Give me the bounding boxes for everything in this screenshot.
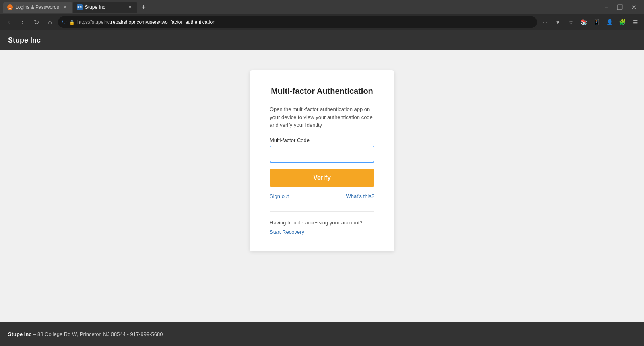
auth-description: Open the multi-factor authentication app…: [270, 105, 374, 129]
page-content: Multi-factor Authentication Open the mul…: [0, 50, 644, 322]
auth-card-title: Multi-factor Authentication: [270, 86, 374, 96]
pocket-icon[interactable]: ♥: [552, 16, 564, 28]
url-path: repairshopr.com/users/two_factor_authent…: [111, 19, 215, 25]
bookmark-icon[interactable]: ☆: [565, 16, 576, 28]
mfa-code-label: Multi-factor Code: [270, 137, 374, 143]
app-header-title: Stupe Inc: [8, 36, 41, 45]
close-window-button[interactable]: ✕: [628, 2, 639, 13]
card-divider: [270, 211, 374, 212]
auth-links: Sign out What's this?: [270, 193, 374, 199]
menu-icon[interactable]: ☰: [630, 16, 641, 28]
page-footer: Stupe Inc – 88 College Rd W, Princeton N…: [0, 322, 644, 346]
synced-tabs-icon[interactable]: 📱: [591, 16, 602, 28]
tab-logins[interactable]: 🦊 Logins & Passwords ✕: [3, 2, 72, 13]
footer-text: Stupe Inc – 88 College Rd W, Princeton N…: [8, 331, 163, 337]
verify-button[interactable]: Verify: [270, 169, 374, 187]
restore-button[interactable]: ❐: [614, 2, 625, 13]
profile-icon[interactable]: 👤: [604, 16, 615, 28]
whats-this-link[interactable]: What's this?: [346, 193, 374, 199]
minimize-button[interactable]: −: [601, 2, 612, 13]
mfa-code-input[interactable]: [270, 146, 374, 163]
reload-button[interactable]: ↻: [31, 16, 42, 28]
address-bar[interactable]: 🛡 🔒 https://stupeinc.repairshopr.com/use…: [58, 16, 537, 28]
extensions-icon[interactable]: 🧩: [617, 16, 628, 28]
rs-favicon: RS: [77, 4, 83, 10]
footer-company-name: Stupe Inc: [8, 331, 32, 337]
url-display: https://stupeinc.repairshopr.com/users/t…: [77, 19, 215, 25]
footer-separator2: -: [127, 331, 130, 337]
more-button[interactable]: ···: [539, 16, 551, 28]
nav-right-icons: ··· ♥ ☆ 📚 📱 👤 🧩 ☰: [539, 16, 641, 28]
footer-separator: –: [33, 331, 37, 337]
footer-phone: 917-999-5680: [130, 331, 163, 337]
firefox-favicon: 🦊: [7, 4, 13, 10]
trouble-text: Having trouble accessing your account?: [270, 220, 374, 226]
nav-bar: ‹ › ↻ ⌂ 🛡 🔒 https://stupeinc.repairshopr…: [0, 14, 644, 30]
tab-stupe[interactable]: RS Stupe Inc ✕: [73, 2, 137, 13]
browser-chrome: 🦊 Logins & Passwords ✕ RS Stupe Inc ✕ + …: [0, 0, 644, 30]
tab-logins-label: Logins & Passwords: [15, 4, 59, 10]
lock-icon: 🔒: [69, 20, 75, 25]
forward-button[interactable]: ›: [17, 16, 28, 28]
footer-address: 88 College Rd W, Princeton NJ 08544: [37, 331, 126, 337]
shield-icon: 🛡: [62, 19, 67, 25]
tab-bar: 🦊 Logins & Passwords ✕ RS Stupe Inc ✕ + …: [0, 0, 644, 14]
sign-out-link[interactable]: Sign out: [270, 193, 289, 199]
auth-card: Multi-factor Authentication Open the mul…: [250, 70, 394, 251]
back-button[interactable]: ‹: [3, 16, 14, 28]
home-button[interactable]: ⌂: [44, 16, 56, 28]
tab-logins-close[interactable]: ✕: [62, 4, 68, 10]
app-header: Stupe Inc: [0, 30, 644, 50]
new-tab-button[interactable]: +: [138, 2, 149, 13]
start-recovery-link[interactable]: Start Recovery: [270, 229, 304, 235]
tab-stupe-label: Stupe Inc: [85, 4, 105, 10]
tab-stupe-close[interactable]: ✕: [127, 4, 133, 10]
bookmarks-list-icon[interactable]: 📚: [578, 16, 589, 28]
